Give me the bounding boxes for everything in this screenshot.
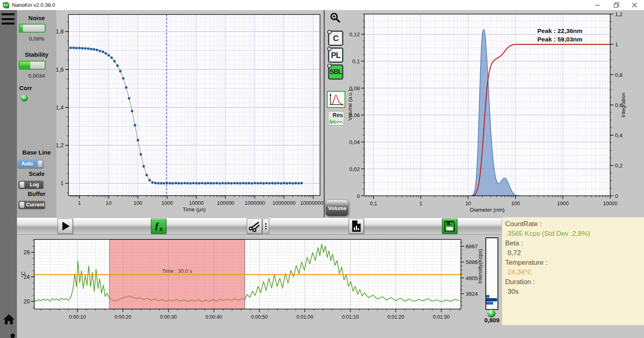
svg-text:100: 100 [134,200,142,206]
window-title: NanoKin v2.0.38.0 [12,2,55,8]
svg-text:Time (µs): Time (µs) [183,206,206,212]
svg-text:10000000: 10000000 [272,200,296,206]
buffer-toggle-knob [19,202,25,208]
home-icon[interactable] [2,313,16,326]
buffer-toggle-label: Current [25,202,45,208]
size-distribution-chart[interactable]: 00,020,040,060,080,10,1200,20,40,60,811,… [345,10,644,216]
distribution-view-button[interactable] [327,91,345,108]
baseline-toggle-label: Auto [18,161,37,167]
window-controls [588,0,644,10]
save-floppy-icon [444,221,455,232]
stability-meter-fill [20,62,30,69]
radio-dot-icon [327,64,332,68]
correlogram-view-label: C [333,34,338,43]
svg-text:Integration: Integration [620,93,626,117]
residuals-trace-icon [329,117,343,125]
fit-function-button[interactable]: ƒx [151,218,166,234]
residuals-view-button[interactable]: Res [328,111,344,126]
sbl-view-button[interactable]: SBL [328,64,343,80]
histogram-value: 0,809 [481,317,502,324]
svg-text:1: 1 [78,200,81,206]
svg-text:Intensity(Kcps): Intensity(Kcps) [477,249,483,284]
noise-meter-fill [20,25,23,32]
svg-text:0,12: 0,12 [349,31,360,37]
correlogram-chart[interactable]: 11,21,41,61,8110100100010000100000100000… [40,10,324,216]
stability-meter [19,61,45,70]
svg-text:0: 0 [357,193,360,199]
svg-text:1000: 1000 [557,200,569,206]
menu-icon[interactable] [2,13,14,25]
svg-text:1,2: 1,2 [615,11,623,17]
svg-text:1,8: 1,8 [56,28,64,35]
info-value: 30s [505,287,644,297]
scale-label: Scale [17,170,56,177]
svg-text:10000: 10000 [603,200,617,206]
pl-view-button[interactable]: PL [328,47,343,63]
svg-text:1: 1 [419,200,422,206]
svg-text:Peak : 59,03nm: Peak : 59,03nm [537,36,582,43]
svg-text:1,2: 1,2 [56,142,64,148]
titlebar: Kn NanoKin v2.0.38.0 [0,0,644,10]
baseline-toggle-knob [37,160,43,167]
svg-text:10: 10 [465,200,471,206]
svg-text:Time : 30.0 s: Time : 30.0 s [162,268,192,274]
info-panel-rows: CountRate :3565 Kcps (Std Dev :2,8%)Beta… [505,219,644,297]
panel-splitter[interactable] [324,10,325,217]
svg-text:0,02: 0,02 [349,166,360,172]
cut-options-button[interactable] [262,218,269,234]
app-logo-text: Kn [4,3,8,7]
info-panel: CountRate :3565 Kcps (Std Dev :2,8%)Beta… [502,217,644,325]
info-label: CountRate : [505,219,644,229]
peak-chart-icon [328,92,345,107]
status-led-icon [487,309,495,317]
app-logo-icon: Kn [3,2,9,8]
svg-text:10: 10 [106,200,111,206]
svg-text:Diameter (nm): Diameter (nm) [470,207,504,213]
svg-text:0: 0 [615,193,618,199]
svg-text:4905: 4905 [466,275,478,281]
left-rail [0,10,17,338]
save-button[interactable] [442,218,457,234]
baseline-label: Base Line [17,149,56,156]
zoom-plus-icon[interactable] [329,12,341,24]
svg-text:Peak : 22,36nm: Peak : 22,36nm [537,27,582,34]
noise-label: Noise [17,14,56,21]
scale-toggle[interactable]: Log [19,181,43,189]
svg-text:100000: 100000 [217,200,234,206]
play-button[interactable] [58,218,73,234]
svg-text:0:00:20: 0:00:20 [115,314,132,320]
restore-icon[interactable] [607,0,625,10]
svg-text:1,6: 1,6 [56,66,64,73]
radio-dot-icon [327,47,332,51]
buffer-toggle[interactable]: Current [19,201,45,209]
info-value: 3565 Kcps (Std Dev :2,8%) [505,229,644,239]
svg-text:°C: °C [20,272,26,278]
baseline-toggle[interactable]: Auto [18,159,43,168]
minimize-icon[interactable] [588,0,607,10]
svg-text:0:01:00: 0:01:00 [297,314,314,320]
bottom-toolbar: ƒx [17,217,502,235]
svg-text:0:01:30: 0:01:30 [433,314,450,320]
svg-text:0,1: 0,1 [352,58,360,64]
svg-text:0,2: 0,2 [615,163,623,169]
correlogram-view-button[interactable]: C [328,31,343,46]
svg-text:1000000: 1000000 [245,200,265,206]
svg-text:0,4: 0,4 [615,132,623,138]
info-label: Duration : [505,277,644,287]
rail-dot-icon [10,334,15,338]
svg-text:Volume (a.u.): Volume (a.u.) [347,89,353,120]
report-button[interactable] [349,218,364,234]
volume-mode-button[interactable]: Volume [325,200,349,216]
svg-text:0:00:50: 0:00:50 [251,314,268,320]
svg-text:5886: 5886 [466,259,478,265]
monitor-chart[interactable]: Time : 30.0 s0:00:100:00:200:00:300:00:4… [17,235,485,326]
svg-text:10000: 10000 [189,200,204,206]
intensity-histogram [485,237,498,310]
svg-text:0:01:10: 0:01:10 [342,314,359,320]
close-icon[interactable] [625,0,644,10]
svg-text:6867: 6867 [466,243,478,249]
cut-button[interactable] [247,218,262,234]
scissors-icon [248,220,260,232]
play-icon [62,222,70,231]
scale-toggle-knob [19,181,25,188]
